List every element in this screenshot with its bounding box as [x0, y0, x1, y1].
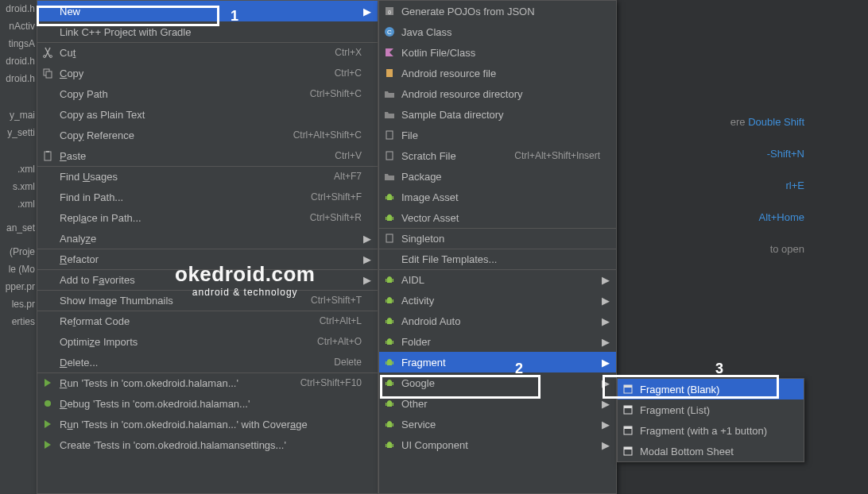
svg-rect-28 — [386, 320, 387, 323]
svg-point-0 — [44, 56, 46, 58]
context-menu-item[interactable]: Add to Favorites▶ — [37, 269, 378, 290]
svg-rect-41 — [393, 403, 394, 406]
new-submenu-item[interactable]: Vector Asset — [379, 207, 616, 228]
svg-rect-15 — [386, 196, 387, 199]
context-menu-item[interactable]: Show Image ThumbnailsCtrl+Shift+T — [37, 290, 378, 311]
menu-item-label: Replace in Path... — [60, 212, 300, 224]
submenu-arrow-icon: ▶ — [600, 357, 610, 369]
blank-icon — [41, 253, 55, 265]
fragment-submenu-item[interactable]: Fragment (with a +1 button) — [618, 420, 804, 441]
menu-item-label: Folder — [401, 336, 600, 348]
new-submenu-item[interactable]: {}Generate POJOs from JSON — [379, 1, 616, 21]
project-tree-file — [0, 141, 37, 148]
hint-shortcut: Alt+Home — [759, 211, 804, 223]
context-menu-item[interactable]: Find UsagesAlt+F7 — [37, 166, 378, 187]
fragment-submenu-item[interactable]: Fragment (Blank) — [618, 379, 804, 399]
menu-item-shortcut: Ctrl+X — [335, 47, 362, 58]
menu-item-shortcut: Ctrl+C — [335, 68, 362, 79]
submenu-arrow-icon: ▶ — [600, 398, 610, 410]
new-submenu-item[interactable]: Android resource file — [379, 63, 616, 83]
file-s-icon — [382, 232, 397, 245]
context-menu-item[interactable]: Optimize ImportsCtrl+Alt+O — [37, 331, 378, 352]
context-menu-item[interactable]: Run 'Tests in 'com.okedroid.halaman...'C… — [37, 372, 378, 393]
new-submenu-item[interactable]: UI Component▶ — [379, 434, 616, 455]
context-menu-item[interactable]: Delete...Delete — [37, 352, 378, 372]
blank-icon — [41, 294, 55, 307]
new-submenu-item[interactable]: Kotlin File/Class — [379, 42, 616, 63]
fragment-submenu-item[interactable]: Modal Bottom Sheet — [618, 441, 804, 461]
context-menu-item[interactable]: Run 'Tests in 'com.okedroid.halaman...' … — [37, 414, 378, 434]
fragment-submenu-item[interactable]: Fragment (List) — [618, 399, 804, 420]
context-menu-item[interactable]: Copy ReferenceCtrl+Alt+Shift+C — [37, 125, 378, 145]
new-submenu-item[interactable]: Android resource directory — [379, 83, 616, 104]
android-icon — [382, 335, 397, 348]
json-icon: {} — [382, 5, 397, 17]
run-cov-icon — [41, 418, 55, 430]
new-submenu-item[interactable]: Activity▶ — [379, 290, 616, 311]
menu-item-label: Find in Path... — [60, 191, 301, 203]
svg-rect-31 — [386, 341, 387, 344]
new-submenu-item[interactable]: Scratch FileCtrl+Alt+Shift+Insert — [379, 145, 616, 166]
new-submenu-item[interactable]: Fragment▶ — [379, 352, 616, 372]
context-menu-item[interactable]: Copy PathCtrl+Shift+C — [37, 83, 378, 104]
context-menu-item[interactable]: Create 'Tests in 'com.okedroid.halamanse… — [37, 434, 378, 455]
context-menu-item[interactable]: Analyze▶ — [37, 228, 378, 249]
context-menu-item[interactable]: PasteCtrl+V — [37, 145, 378, 166]
new-submenu-item[interactable]: File — [379, 125, 616, 145]
new-submenu-item[interactable]: Other▶ — [379, 393, 616, 414]
android-icon — [382, 191, 397, 203]
project-tree-file — [0, 237, 37, 243]
menu-item-label: Service — [401, 419, 600, 430]
new-submenu-item[interactable]: Service▶ — [379, 414, 616, 434]
context-menu-item[interactable]: Reformat CodeCtrl+Alt+L — [37, 311, 378, 331]
context-menu-item[interactable]: New▶ — [37, 1, 378, 21]
svg-rect-13 — [386, 152, 393, 160]
svg-rect-25 — [386, 299, 387, 303]
project-tree-file: nActiv — [0, 17, 37, 35]
svg-rect-20 — [386, 234, 393, 242]
context-menu-item[interactable]: CutCtrl+X — [37, 42, 378, 63]
new-submenu-item[interactable]: Image Asset — [379, 187, 616, 207]
new-submenu-item[interactable]: Singleton — [379, 228, 616, 249]
folder-icon — [382, 108, 397, 121]
menu-item-label: Show Image Thumbnails — [60, 295, 301, 307]
context-menu-item[interactable]: Link C++ Project with Gradle — [37, 21, 378, 42]
context-menu-item[interactable]: Find in Path...Ctrl+Shift+F — [37, 187, 378, 207]
new-submenu-item[interactable]: Edit File Templates... — [379, 249, 616, 269]
new-submenu-item[interactable]: Package — [379, 166, 616, 187]
folder-icon — [382, 87, 397, 100]
svg-rect-43 — [386, 423, 387, 426]
blank-icon — [382, 253, 397, 265]
context-menu-item[interactable]: CopyCtrl+C — [37, 63, 378, 83]
new-submenu-item[interactable]: Folder▶ — [379, 331, 616, 352]
menu-item-label: Package — [401, 171, 600, 183]
file-icon — [382, 129, 397, 141]
menu-item-label: Google — [401, 377, 600, 389]
menu-item-label: Refactor — [60, 253, 362, 265]
context-menu-item[interactable]: Copy as Plain Text — [37, 104, 378, 125]
project-tree-file: s.xml — [0, 178, 37, 195]
context-menu-item[interactable]: Debug 'Tests in 'com.okedroid.halaman...… — [37, 393, 378, 414]
svg-rect-46 — [386, 444, 387, 447]
menu-item-shortcut: Alt+F7 — [334, 171, 362, 182]
submenu-arrow-icon: ▶ — [600, 377, 610, 389]
blank-icon — [41, 315, 55, 327]
project-tree-file: y_setti — [0, 124, 37, 141]
menu-item-label: Other — [401, 398, 600, 410]
menu-item-label: Copy Reference — [60, 129, 284, 141]
context-menu-item[interactable]: Replace in Path...Ctrl+Shift+R — [37, 207, 378, 228]
menu-item-label: AIDL — [401, 274, 600, 286]
svg-rect-33 — [387, 361, 392, 365]
new-submenu-item[interactable]: AIDL▶ — [379, 269, 616, 290]
project-tree-file: droid.h — [0, 0, 37, 17]
new-submenu-item[interactable]: Sample Data directory — [379, 104, 616, 125]
menu-item-shortcut: Ctrl+V — [335, 150, 362, 161]
new-submenu-item[interactable]: CJava Class — [379, 21, 616, 42]
context-menu-item[interactable]: Refactor▶ — [37, 249, 378, 269]
new-submenu: {}Generate POJOs from JSONCJava ClassKot… — [378, 0, 617, 494]
new-submenu-item[interactable]: Google▶ — [379, 372, 616, 393]
frag-icon — [621, 445, 635, 457]
submenu-arrow-icon: ▶ — [362, 253, 371, 265]
new-submenu-item[interactable]: Android Auto▶ — [379, 311, 616, 331]
menu-item-shortcut: Ctrl+Shift+R — [310, 212, 362, 223]
